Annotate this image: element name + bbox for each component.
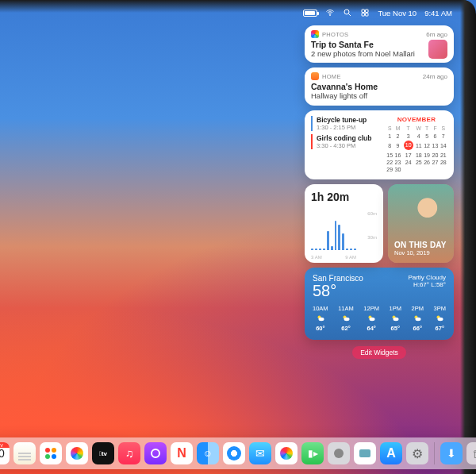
calendar-day[interactable]: 2 [393,133,401,140]
dock-app-calendar[interactable]: NOV10 [0,442,10,464]
event-time: 1:30 - 2:15 PM [317,124,373,131]
chart-x-tick: 3 AM [311,255,322,260]
weather-hour: 10AM 60° [313,305,328,332]
calendar-day[interactable]: 5 [423,133,431,140]
dock-app-downloads[interactable]: ⬇ [440,442,463,464]
wifi-icon [325,8,335,17]
calendar-day[interactable]: 21 [440,152,447,159]
calendar-weekday: S [386,125,393,133]
weather-hour-label: 1PM [390,305,401,312]
calendar-day[interactable]: 28 [440,159,447,166]
control-center-icon[interactable] [360,8,370,17]
screen-time-bar [335,221,337,249]
calendar-day[interactable]: 25 [415,159,423,166]
weather-widget[interactable]: San Francisco 58° Partly Cloudy H:67° L:… [305,268,454,340]
podcasts-icon [144,442,167,464]
screen-time-bar [354,249,356,250]
screen-time-widget[interactable]: 1h 20m 60m30m 3 AM9 AM [305,184,383,263]
safari-icon [223,442,245,464]
calendar-day[interactable]: 13 [431,140,439,151]
svg-point-9 [344,317,349,321]
edit-widgets-button[interactable]: Edit Widgets [352,346,406,359]
weather-hour-temp: 65° [391,325,400,332]
weather-hour: 11AM 62° [338,305,354,332]
dock-app-trash[interactable]: 🗑 [466,442,476,464]
facetime-icon: ▮▸ [301,442,324,464]
calendar-day[interactable]: 24 [402,159,415,166]
photos-app-icon [275,442,298,464]
finder-icon: ☺ [197,442,219,464]
weather-hour-label: 11AM [338,305,354,312]
calendar-day[interactable]: 9 [393,140,401,151]
mail-icon: ✉ [249,442,271,464]
screen-time-bar [327,231,329,250]
calendar-day[interactable]: 16 [393,152,401,159]
calendar-month-pane: NOVEMBER SMTWTFS123456789101112131415161… [379,110,454,179]
calendar-day[interactable]: 17 [402,152,415,159]
dock-app-podcasts[interactable] [144,442,167,464]
svg-rect-2 [362,10,365,13]
calendar-weekday: M [393,125,401,133]
calendar-day[interactable] [415,166,423,173]
calendar-widget[interactable]: Bicycle tune-up1:30 - 2:15 PMGirls codin… [305,110,454,179]
trash-icon: 🗑 [466,442,476,464]
dock-app-settings[interactable]: ⚙ [406,442,428,464]
calendar-day[interactable] [423,166,431,173]
dock-app-finder[interactable]: ☺ [197,442,219,464]
calendar-day[interactable]: 18 [415,152,423,159]
calendar-day[interactable]: 14 [440,140,447,151]
dock-app-photos-app[interactable] [275,442,298,464]
dock-app-safari[interactable] [223,442,245,464]
notification-photos[interactable]: PHOTOS 6m ago Trip to Santa Fe 2 new pho… [305,25,454,63]
calendar-day[interactable]: 29 [386,166,393,173]
svg-rect-3 [366,10,369,13]
partly-cloudy-icon [367,314,376,323]
calendar-day[interactable] [440,166,447,173]
search-icon[interactable] [343,8,352,17]
calendar-day[interactable]: 22 [386,159,393,166]
appstore-icon: A [380,442,402,464]
notification-thumb [428,40,447,59]
dock-app-notes[interactable] [13,442,36,464]
calendar-day[interactable]: 6 [431,133,439,140]
dock-app-appstore[interactable]: A [380,442,402,464]
notes-icon [13,442,36,464]
notification-time: 6m ago [426,31,447,38]
calendar-day[interactable] [402,166,415,173]
notification-home[interactable]: HOME 24m ago Cavanna's Home Hallway ligh… [305,67,454,105]
calendar-day[interactable]: 19 [423,152,431,159]
calendar-day[interactable]: 26 [423,159,431,166]
calendar-day[interactable]: 3 [402,133,415,140]
calendar-day[interactable] [431,166,439,173]
dock-app-contacts[interactable] [328,442,350,464]
partly-cloudy-icon [341,314,351,323]
calendar-day[interactable]: 1 [386,133,393,140]
calendar-day[interactable]: 27 [431,159,439,166]
calendar-day[interactable]: 4 [415,133,423,140]
dock-app-tv[interactable]: tv [92,442,114,464]
dock-app-preview[interactable] [354,442,376,464]
calendar-day[interactable]: 11 [415,140,423,151]
calendar-day[interactable]: 30 [393,166,401,173]
calendar-day[interactable]: 23 [393,159,401,166]
memory-date: Nov 10, 2019 [394,249,447,256]
calendar-day[interactable]: 15 [386,152,393,159]
calendar-day[interactable]: 20 [431,152,439,159]
dock-app-mail[interactable]: ✉ [249,442,271,464]
statusbar-date[interactable]: Tue Nov 10 [378,9,416,17]
photos-on-this-day-widget[interactable]: ON THIS DAY Nov 10, 2019 [388,184,454,263]
dock-app-facetime[interactable]: ▮▸ [301,442,324,464]
weather-hour-temp: 62° [341,325,350,332]
ipad-screen: Tue Nov 10 9:41 AM PHOTOS 6m ago Trip to… [0,0,476,474]
dock-app-music[interactable]: ♫ [118,442,140,464]
memory-title: ON THIS DAY [394,241,447,249]
event-name: Girls coding club [317,134,373,142]
dock-app-reminders[interactable] [40,442,62,464]
dock-app-photos[interactable] [66,442,88,464]
dock-app-news[interactable]: N [171,442,193,464]
calendar-day[interactable]: 8 [386,140,393,151]
calendar-day[interactable]: 7 [440,133,447,140]
weather-hour-label: 10AM [313,305,328,312]
calendar-day[interactable]: 12 [423,140,431,151]
calendar-day[interactable]: 10 [402,140,415,151]
